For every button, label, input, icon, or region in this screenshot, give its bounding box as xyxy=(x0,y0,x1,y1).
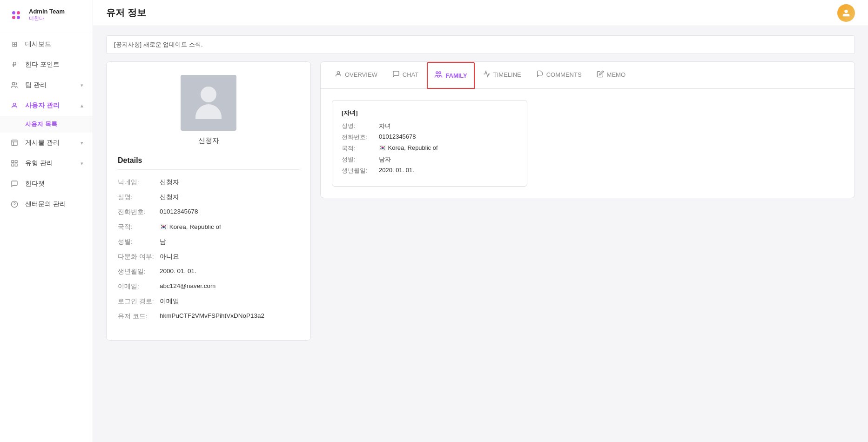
tab-chat-label: CHAT xyxy=(403,71,418,78)
sidebar-item-board-management[interactable]: 게시물 관리 ▾ xyxy=(0,133,93,153)
user-icon xyxy=(9,100,20,111)
user-role-label: 신청자 xyxy=(198,136,219,145)
detail-label-email: 이메일: xyxy=(118,282,160,291)
detail-value-name: 신청자 xyxy=(160,193,179,201)
family-section-title: [자녀] xyxy=(342,109,518,117)
tab-memo[interactable]: MEMO xyxy=(590,63,632,88)
person-icon xyxy=(195,87,222,119)
sidebar-item-handa-chat[interactable]: 한다챗 xyxy=(0,174,93,194)
details-section: Details 닉네임: 신청자 실명: 신청자 전화번호: 010123456… xyxy=(118,156,299,321)
dashboard-icon: ⊞ xyxy=(9,39,20,49)
sidebar-item-user-list[interactable]: 사용자 목록 xyxy=(25,116,93,133)
detail-row-user-code: 유저 코드: hkmPuCTF2VMvFSPihtVxDNoP13a2 xyxy=(118,312,299,321)
svg-rect-6 xyxy=(15,161,17,163)
sidebar-item-handa-points[interactable]: ₽ 한다 포인트 xyxy=(0,54,93,75)
svg-rect-5 xyxy=(12,161,14,163)
avatar[interactable] xyxy=(837,4,855,22)
sidebar-header: Admin Team 더한다 xyxy=(0,0,93,30)
svg-point-11 xyxy=(844,9,848,13)
detail-value-phone: 01012345678 xyxy=(160,208,198,215)
tab-overview[interactable]: OVERVIEW xyxy=(328,63,384,88)
notice-bar: [공지사항] 새로운 업데이트 소식. xyxy=(106,35,855,54)
family-icon xyxy=(434,70,443,80)
sidebar-item-label: 한다챗 xyxy=(25,180,45,188)
detail-value-multicultural: 아니요 xyxy=(160,253,179,261)
family-row-nationality: 국적: 🇰🇷 Korea, Republic of xyxy=(342,144,518,153)
detail-label-birthdate: 생년월일: xyxy=(118,268,160,276)
user-card: 신청자 Details 닉네임: 신청자 실명: 신청자 전화번호: 01012… xyxy=(106,61,311,341)
svg-point-0 xyxy=(12,82,14,85)
sidebar-item-center-inquiry[interactable]: 센터문의 관리 xyxy=(0,194,93,214)
detail-label-login-path: 로그인 경로: xyxy=(118,297,160,306)
sidebar-item-label: 센터문의 관리 xyxy=(25,200,66,208)
svg-rect-8 xyxy=(15,164,17,166)
sidebar-item-label: 한다 포인트 xyxy=(25,60,60,69)
tab-comments[interactable]: COMMENTS xyxy=(530,63,588,88)
sidebar-item-user-management[interactable]: 사용자 관리 ▴ xyxy=(0,95,93,116)
avatar-image xyxy=(837,4,855,22)
tab-timeline-label: TIMELINE xyxy=(493,71,521,78)
inquiry-icon xyxy=(9,199,20,209)
svg-rect-2 xyxy=(12,140,17,146)
detail-value-gender: 남 xyxy=(160,238,166,246)
sidebar-item-label: 유형 관리 xyxy=(25,159,53,167)
family-value-name: 자녀 xyxy=(379,122,391,130)
tabs-bar: OVERVIEW CHAT FAMILY xyxy=(321,62,855,89)
family-value-phone: 01012345678 xyxy=(379,133,416,140)
team-icon xyxy=(9,80,20,90)
tab-chat[interactable]: CHAT xyxy=(386,63,425,88)
brand-sub: 더한다 xyxy=(29,15,65,22)
logo xyxy=(7,7,24,23)
tab-timeline[interactable]: TIMELINE xyxy=(477,63,528,88)
svg-point-15 xyxy=(437,75,440,78)
user-avatar-placeholder xyxy=(181,75,236,131)
detail-value-birthdate: 2000. 01. 01. xyxy=(160,268,196,275)
sidebar-sub-user: 사용자 목록 xyxy=(0,116,93,133)
family-value-nationality: 🇰🇷 Korea, Republic of xyxy=(379,144,438,151)
sidebar: Admin Team 더한다 ⊞ 대시보드 ₽ 한다 포인트 팀 관리 ▾ 사용… xyxy=(0,0,93,442)
chevron-icon: ▾ xyxy=(81,82,83,88)
brand: Admin Team 더한다 xyxy=(29,8,65,22)
avatar-body xyxy=(195,104,222,119)
sidebar-item-dashboard[interactable]: ⊞ 대시보드 xyxy=(0,34,93,54)
detail-label-nationality: 국적: xyxy=(118,223,160,231)
detail-label-name: 실명: xyxy=(118,193,160,201)
family-label-name: 성명: xyxy=(342,122,379,130)
chevron-icon: ▾ xyxy=(81,161,83,167)
content-area: [공지사항] 새로운 업데이트 소식. 신청자 Details xyxy=(93,26,868,442)
detail-label-user-code: 유저 코드: xyxy=(118,312,160,321)
tab-family[interactable]: FAMILY xyxy=(427,62,474,89)
family-row-gender: 성별: 남자 xyxy=(342,155,518,164)
sidebar-sub-label: 사용자 목록 xyxy=(25,120,57,128)
tab-comments-label: COMMENTS xyxy=(546,71,582,78)
logo-dot-2 xyxy=(17,11,20,14)
tab-content-family: [자녀] 성명: 자녀 전화번호: 01012345678 국적: 🇰🇷 Kor… xyxy=(321,89,855,198)
detail-row-multicultural: 다문화 여부: 아니요 xyxy=(118,253,299,261)
page-title: 유저 정보 xyxy=(106,7,146,19)
family-value-birthdate: 2020. 01. 01. xyxy=(379,167,414,174)
family-row-phone: 전화번호: 01012345678 xyxy=(342,133,518,141)
tab-overview-label: OVERVIEW xyxy=(345,71,377,78)
main-content: 유저 정보 [공지사항] 새로운 업데이트 소식. xyxy=(93,0,868,442)
logo-dot-4 xyxy=(17,16,20,19)
comments-icon xyxy=(536,70,544,80)
family-label-birthdate: 생년월일: xyxy=(342,167,379,175)
detail-label-gender: 성별: xyxy=(118,238,160,246)
sidebar-item-type-management[interactable]: 유형 관리 ▾ xyxy=(0,153,93,174)
family-value-gender: 남자 xyxy=(379,155,391,164)
family-label-gender: 성별: xyxy=(342,155,379,164)
sidebar-item-team-management[interactable]: 팀 관리 ▾ xyxy=(0,75,93,95)
svg-point-14 xyxy=(439,72,441,74)
avatar-head xyxy=(201,87,216,102)
sidebar-item-label: 대시보드 xyxy=(25,40,51,48)
chevron-icon: ▾ xyxy=(81,140,83,146)
brand-name: Admin Team xyxy=(29,8,65,15)
detail-row-email: 이메일: abc124@naver.com xyxy=(118,282,299,291)
sidebar-nav: ⊞ 대시보드 ₽ 한다 포인트 팀 관리 ▾ 사용자 관리 ▴ 사용자 목록 xyxy=(0,30,93,442)
board-icon xyxy=(9,138,20,148)
user-content: 신청자 Details 닉네임: 신청자 실명: 신청자 전화번호: 01012… xyxy=(106,61,855,341)
timeline-icon xyxy=(483,70,491,80)
sidebar-item-label: 게시물 관리 xyxy=(25,139,60,147)
user-avatar-section: 신청자 xyxy=(118,75,299,145)
detail-value-nickname: 신청자 xyxy=(160,178,179,187)
